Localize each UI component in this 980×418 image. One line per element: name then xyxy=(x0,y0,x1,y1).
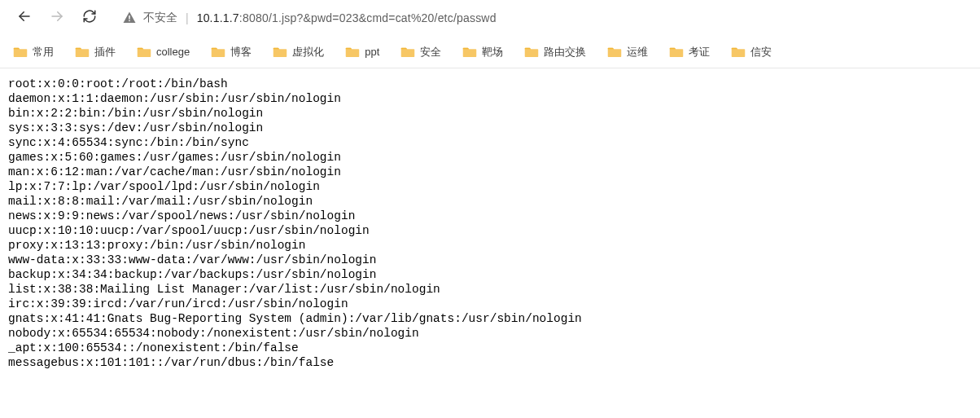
bookmarks-bar: 常用插件college博客虚拟化ppt安全靶场路由交换运维考证信安 xyxy=(0,36,980,68)
bookmark-label: 信安 xyxy=(750,45,772,59)
address-bar[interactable]: 不安全 | 10.1.1.7:8080/1.jsp?&pwd=023&cmd=c… xyxy=(122,6,970,30)
bookmark-item[interactable]: 常用 xyxy=(13,45,54,59)
warning-icon xyxy=(122,11,137,25)
bookmark-item[interactable]: 信安 xyxy=(731,45,772,59)
folder-icon xyxy=(524,46,539,59)
bookmark-label: 插件 xyxy=(94,45,116,59)
bookmark-label: 靶场 xyxy=(482,45,503,59)
bookmark-item[interactable]: 考证 xyxy=(669,45,710,59)
bookmark-label: 运维 xyxy=(627,45,648,59)
forward-button[interactable] xyxy=(42,3,72,33)
folder-icon xyxy=(345,46,360,59)
folder-icon xyxy=(211,46,225,59)
bookmark-item[interactable]: 虚拟化 xyxy=(273,45,324,59)
folder-icon xyxy=(137,46,151,59)
insecure-label: 不安全 xyxy=(143,11,177,25)
folder-icon xyxy=(75,46,90,59)
address-separator: | xyxy=(186,11,189,24)
bookmark-label: 安全 xyxy=(420,45,441,59)
bookmark-item[interactable]: 安全 xyxy=(400,45,441,59)
bookmark-label: 考证 xyxy=(689,45,710,59)
bookmark-label: college xyxy=(156,46,190,58)
url-rest: :8080/1.jsp?&pwd=023&cmd=cat%20/etc/pass… xyxy=(239,11,497,24)
bookmark-item[interactable]: 博客 xyxy=(211,45,252,59)
bookmark-label: 常用 xyxy=(33,45,54,59)
bookmark-item[interactable]: 运维 xyxy=(607,45,648,59)
svg-rect-3 xyxy=(129,20,130,22)
folder-icon xyxy=(400,46,415,59)
bookmark-label: 博客 xyxy=(230,45,252,59)
folder-icon xyxy=(462,46,477,59)
bookmark-item[interactable]: 插件 xyxy=(75,45,116,59)
folder-icon xyxy=(731,46,746,59)
bookmark-label: ppt xyxy=(365,46,379,58)
page-content: root:x:0:0:root:/root:/bin/bash daemon:x… xyxy=(0,68,980,370)
bookmark-item[interactable]: 路由交换 xyxy=(524,45,586,59)
folder-icon xyxy=(13,46,28,59)
bookmark-item[interactable]: college xyxy=(137,46,190,59)
arrow-left-icon xyxy=(17,9,32,27)
folder-icon xyxy=(273,46,287,59)
reload-button[interactable] xyxy=(75,3,104,33)
reload-icon xyxy=(82,9,97,27)
bookmark-label: 虚拟化 xyxy=(292,45,324,59)
bookmark-item[interactable]: ppt xyxy=(345,46,379,59)
folder-icon xyxy=(669,46,684,59)
bookmark-item[interactable]: 靶场 xyxy=(462,45,503,59)
back-button[interactable] xyxy=(10,3,39,33)
browser-toolbar: 不安全 | 10.1.1.7:8080/1.jsp?&pwd=023&cmd=c… xyxy=(0,0,980,36)
url-host: 10.1.1.7 xyxy=(197,11,239,24)
url-text: 10.1.1.7:8080/1.jsp?&pwd=023&cmd=cat%20/… xyxy=(197,11,497,24)
folder-icon xyxy=(607,46,622,59)
svg-rect-2 xyxy=(129,15,130,20)
arrow-right-icon xyxy=(50,9,64,27)
bookmark-label: 路由交换 xyxy=(544,45,586,59)
